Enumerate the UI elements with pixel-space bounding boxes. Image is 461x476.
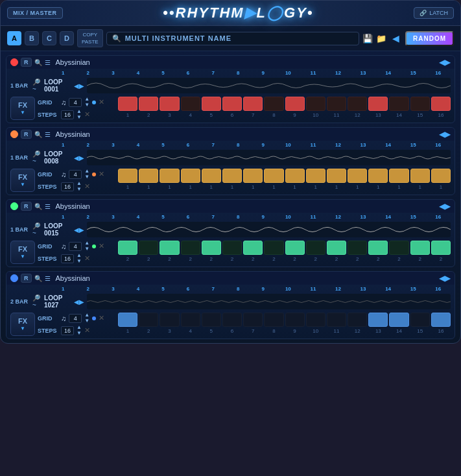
pad-3-7[interactable] (243, 241, 263, 255)
pad-2-2[interactable] (139, 169, 158, 183)
pad-2-11[interactable] (327, 169, 346, 183)
track-3-grid-num[interactable]: 4 (69, 242, 82, 251)
track-1-nav[interactable]: ◀▶ (439, 58, 451, 67)
track-4-r-button[interactable]: R (21, 274, 32, 283)
pad-4-7[interactable] (243, 313, 263, 327)
track-3-r-button[interactable]: R (21, 202, 32, 211)
pad-2-1[interactable] (118, 169, 137, 183)
pad-3-9[interactable] (285, 241, 305, 255)
track-2-steps-num[interactable]: 16 (61, 182, 74, 191)
pad-1-10[interactable] (306, 97, 325, 111)
pad-1-5[interactable] (202, 97, 221, 111)
pad-2-14[interactable] (389, 169, 408, 183)
nav-prev[interactable]: ◀ (390, 33, 402, 43)
pad-1-15[interactable] (410, 97, 430, 111)
track-2-loop-icon[interactable]: 🔎~ (32, 150, 41, 165)
pad-1-16[interactable] (431, 97, 451, 111)
track-letter-d[interactable]: D (60, 31, 74, 45)
track-1-steps-arrows[interactable]: ▲ ▼ (77, 109, 82, 120)
mix-master-button[interactable]: MIX / MASTER (7, 7, 63, 19)
track-4-grid-num[interactable]: 4 (69, 314, 82, 323)
track-4-fx-button[interactable]: FX ▼ (10, 313, 35, 336)
pad-2-8[interactable] (264, 169, 283, 183)
track-2-rec-indicator[interactable] (10, 130, 18, 138)
track-3-steps-num[interactable]: 16 (61, 254, 74, 263)
track-2-nav[interactable]: ◀▶ (439, 130, 451, 139)
track-2-x2[interactable]: ✕ (84, 182, 90, 191)
pad-1-12[interactable] (348, 97, 367, 111)
pad-2-4[interactable] (181, 169, 200, 183)
pad-4-10[interactable] (306, 313, 325, 327)
pad-4-8[interactable] (264, 313, 283, 327)
pad-4-4[interactable] (181, 313, 200, 327)
track-2-r-button[interactable]: R (21, 130, 32, 139)
track-3-steps-arrows[interactable]: ▲ ▼ (77, 253, 82, 264)
pad-3-12[interactable] (348, 241, 367, 255)
track-1-grid-arrows[interactable]: ▲ ▼ (84, 97, 89, 108)
pad-4-2[interactable] (139, 313, 158, 327)
track-4-steps-num[interactable]: 16 (61, 326, 74, 335)
pad-3-15[interactable] (410, 241, 430, 255)
folder-icon[interactable]: 📁 (376, 34, 386, 43)
pad-3-14[interactable] (389, 241, 408, 255)
pad-2-7[interactable] (243, 169, 263, 183)
track-4-grid-arrows[interactable]: ▲ ▼ (84, 313, 89, 324)
track-letter-b[interactable]: B (25, 31, 39, 45)
copy-paste-button[interactable]: COPY PASTE (77, 29, 103, 47)
track-3-x1[interactable]: ✕ (99, 242, 104, 250)
track-4-loop-nav[interactable]: ◀▶ (74, 298, 84, 305)
track-2-fx-button[interactable]: FX ▼ (10, 169, 35, 192)
track-4-rec-indicator[interactable] (10, 274, 18, 282)
pad-2-12[interactable] (348, 169, 367, 183)
pad-2-15[interactable] (410, 169, 430, 183)
pad-1-4[interactable] (181, 97, 200, 111)
pad-2-5[interactable] (202, 169, 221, 183)
track-2-loop-nav[interactable]: ◀▶ (74, 154, 84, 161)
pad-3-1[interactable] (118, 241, 137, 255)
pad-1-8[interactable] (264, 97, 283, 111)
pad-3-4[interactable] (181, 241, 200, 255)
track-3-loop-nav[interactable]: ◀▶ (74, 226, 84, 233)
pad-4-3[interactable] (160, 313, 179, 327)
track-1-r-button[interactable]: R (21, 58, 32, 67)
pad-1-3[interactable] (160, 97, 179, 111)
save-icon[interactable]: 💾 (362, 34, 373, 43)
track-3-grid-arrows[interactable]: ▲ ▼ (84, 241, 89, 252)
pad-3-6[interactable] (222, 241, 242, 255)
pad-1-11[interactable] (327, 97, 346, 111)
pad-3-11[interactable] (327, 241, 346, 255)
track-4-x1[interactable]: ✕ (99, 314, 104, 322)
pad-2-6[interactable] (222, 169, 242, 183)
pad-4-5[interactable] (202, 313, 221, 327)
pad-4-14[interactable] (389, 313, 408, 327)
pad-3-3[interactable] (160, 241, 179, 255)
pad-1-2[interactable] (139, 97, 158, 111)
pad-3-2[interactable] (139, 241, 158, 255)
track-2-grid-num[interactable]: 4 (69, 170, 82, 179)
pad-4-1[interactable] (118, 313, 137, 327)
pad-1-13[interactable] (368, 97, 388, 111)
pad-2-3[interactable] (160, 169, 179, 183)
track-3-fx-button[interactable]: FX ▼ (10, 241, 35, 264)
track-1-loop-icon[interactable]: 🔎~ (32, 78, 41, 93)
pad-4-6[interactable] (222, 313, 242, 327)
pad-4-15[interactable] (410, 313, 430, 327)
track-1-x1[interactable]: ✕ (99, 98, 104, 106)
pad-2-9[interactable] (285, 169, 305, 183)
track-1-grid-num[interactable]: 4 (69, 98, 82, 107)
pad-1-9[interactable] (285, 97, 305, 111)
pad-2-10[interactable] (306, 169, 325, 183)
pad-4-13[interactable] (368, 313, 388, 327)
track-4-x2[interactable]: ✕ (84, 326, 90, 335)
track-4-nav[interactable]: ◀▶ (439, 274, 451, 283)
track-3-rec-indicator[interactable] (10, 202, 18, 210)
track-letter-c[interactable]: C (42, 31, 56, 45)
pad-2-16[interactable] (431, 169, 451, 183)
pad-4-12[interactable] (348, 313, 367, 327)
track-4-steps-arrows[interactable]: ▲ ▼ (77, 325, 82, 336)
track-4-loop-icon[interactable]: 🔎~ (32, 294, 41, 309)
track-2-steps-arrows[interactable]: ▲ ▼ (77, 181, 82, 192)
track-2-grid-arrows[interactable]: ▲ ▼ (84, 169, 89, 180)
track-1-x2[interactable]: ✕ (84, 110, 90, 119)
pad-3-10[interactable] (306, 241, 325, 255)
